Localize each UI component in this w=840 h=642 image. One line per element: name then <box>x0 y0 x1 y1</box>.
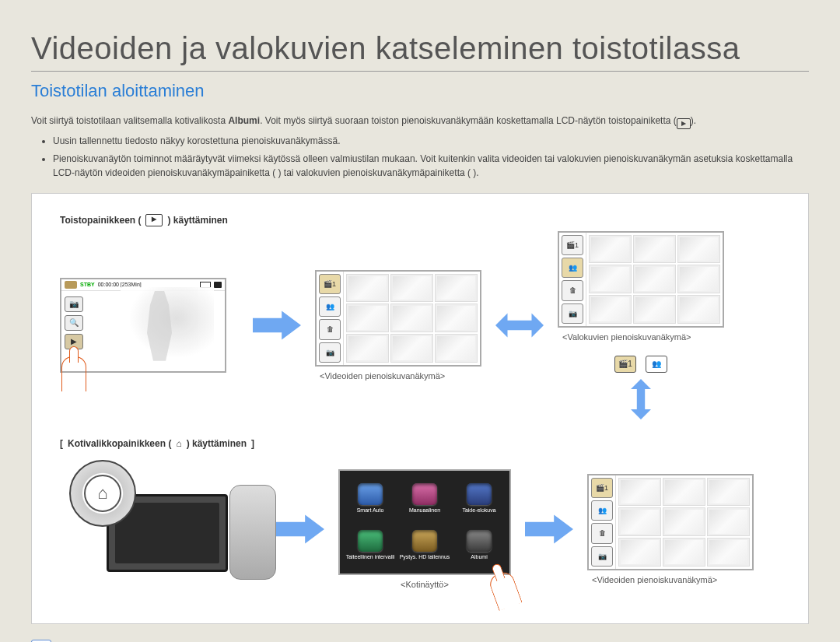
photo-thumb-caption: <Valokuvien pienoiskuvanäkymä> <box>558 332 724 342</box>
intro-paragraph: Voit siirtyä toistotilaan valitsemalla k… <box>31 114 809 129</box>
lcd-viewfinder-image <box>121 287 214 365</box>
play-icon: ▶ <box>145 214 163 226</box>
thumb-tab-camera[interactable]: 📷 <box>319 342 341 363</box>
home-item-icon <box>467 483 492 505</box>
home-item-icon <box>358 483 383 505</box>
home-caption: <Kotinäyttö> <box>338 580 511 589</box>
thumb-cell[interactable] <box>346 334 389 363</box>
thumb-cell[interactable] <box>589 265 632 293</box>
thumb-cell[interactable] <box>346 274 389 303</box>
thumb-cell[interactable] <box>435 274 478 303</box>
home-item-label: Manuaalinen <box>409 507 440 514</box>
home-button-icon[interactable]: ⌂ <box>84 475 121 512</box>
arrow-up-down-icon <box>626 379 656 419</box>
thumb-cell[interactable] <box>633 265 676 293</box>
svg-marker-2 <box>631 379 651 419</box>
section-heading: Toistotilan aloittaminen <box>31 81 809 101</box>
thumb-cell[interactable] <box>589 235 632 264</box>
finger-pointer-icon <box>61 356 86 391</box>
arrow-right-icon <box>253 310 301 340</box>
lcd-preview: STBY 00:00:00 [253Min] 📷 🔍 ▶ <box>60 278 226 373</box>
svg-marker-4 <box>525 514 573 543</box>
thumb-cell[interactable] <box>633 235 676 264</box>
thumb-tab-camera[interactable]: 📷 <box>562 303 583 324</box>
home-item-label: Taiteellinen intervalli <box>346 554 395 560</box>
thumb-tab-video[interactable]: 🎬1 <box>562 235 583 255</box>
home-icon: ⌂ <box>176 438 181 449</box>
home-screen-grid: Smart AutoManuaalinenTaide-elokuvaTaitee… <box>338 469 511 575</box>
home-item-label: Smart Auto <box>357 507 384 514</box>
home-item-4[interactable]: Pystys. HD tallennus <box>397 522 452 569</box>
thumb-cell[interactable] <box>677 265 720 293</box>
arrow-right-icon <box>525 514 573 544</box>
home-item-0[interactable]: Smart Auto <box>343 475 397 522</box>
thumb-tab-camera[interactable]: 📷 <box>591 546 613 567</box>
thumb-cell[interactable] <box>390 303 433 332</box>
video-thumb-grid: 🎬1 👥 🗑 📷 <box>315 270 481 367</box>
home-item-label: Pystys. HD tallennus <box>400 554 450 560</box>
thumb-cell[interactable] <box>390 274 433 303</box>
thumb-cell[interactable] <box>663 478 705 507</box>
thumb-cell[interactable] <box>435 334 478 363</box>
home-item-label: Albumi <box>471 554 487 560</box>
thumb-cell[interactable] <box>663 538 705 567</box>
home-item-label: Taide-elokuva <box>462 507 495 514</box>
toggle-tab-video[interactable]: 🎬1 <box>614 356 636 373</box>
thumb-cell[interactable] <box>435 303 478 332</box>
intro-bullets: Uusin tallennettu tiedosto näkyy koroste… <box>31 134 809 181</box>
thumb-cell[interactable] <box>618 478 661 507</box>
thumb-tab-video[interactable]: 🎬1 <box>319 274 341 294</box>
thumb-cell[interactable] <box>677 235 720 264</box>
toggle-tab-photo[interactable]: 👥 <box>646 356 667 373</box>
lcd-sidebar-camera[interactable]: 📷 <box>65 296 83 312</box>
thumb-cell[interactable] <box>618 507 661 536</box>
home-item-icon <box>467 530 492 552</box>
thumb-cell[interactable] <box>707 478 750 507</box>
home-item-icon <box>358 530 383 552</box>
stby-indicator: STBY <box>80 282 95 287</box>
smart-badge-icon <box>65 281 77 289</box>
video-thumb-caption: <Videoiden pienoiskuvanäkymä> <box>315 371 481 381</box>
thumb-cell[interactable] <box>707 538 750 567</box>
home-item-3[interactable]: Taiteellinen intervalli <box>343 522 397 569</box>
bullet-item: Uusin tallennettu tiedosto näkyy koroste… <box>53 134 809 149</box>
arrow-left-right-icon <box>495 310 544 340</box>
thumb-cell[interactable] <box>677 295 720 324</box>
thumb-cell[interactable] <box>390 334 433 363</box>
sdcard-icon <box>214 282 222 288</box>
section2-caption: [Kotivalikkopainikkeen ( ⌂ ) käyttäminen… <box>60 438 780 449</box>
thumb-tab-video[interactable]: 🎬1 <box>591 478 613 498</box>
camcorder-illustration: ⌂ <box>60 471 262 588</box>
thumb-cell[interactable] <box>589 295 632 324</box>
home-item-2[interactable]: Taide-elokuva <box>452 475 506 522</box>
video-thumb-grid-2: 🎬1 👥 🗑 📷 <box>587 474 754 570</box>
svg-marker-0 <box>253 310 301 339</box>
thumb-cell[interactable] <box>618 538 661 567</box>
thumb-tab-photo[interactable]: 👥 <box>319 296 341 317</box>
thumb-tab-trash[interactable]: 🗑 <box>319 319 341 339</box>
video-thumb-caption-2: <Videoiden pienoiskuvanäkymä> <box>587 575 754 584</box>
photo-thumb-grid: 🎬1 👥 🗑 📷 <box>558 231 724 328</box>
page-title: Videoiden ja valokuvien katseleminen toi… <box>31 31 809 72</box>
thumb-tab-trash[interactable]: 🗑 <box>591 523 613 543</box>
svg-marker-3 <box>276 514 324 543</box>
diagram-panel: Toistopainikkeen ( ▶ ) käyttäminen STBY … <box>31 193 809 624</box>
finger-pointer-icon <box>487 570 522 611</box>
thumb-tab-photo[interactable]: 👥 <box>562 258 583 278</box>
bullet-item: Pienoiskuvanäytön toiminnot määräytyvät … <box>53 152 809 181</box>
home-item-icon <box>412 483 437 505</box>
thumb-tab-trash[interactable]: 🗑 <box>562 280 583 300</box>
home-item-icon <box>412 530 437 552</box>
thumb-cell[interactable] <box>707 507 750 536</box>
home-item-5[interactable]: Albumi <box>452 522 506 569</box>
home-item-1[interactable]: Manuaalinen <box>397 475 452 522</box>
play-icon: ▶ <box>677 118 691 129</box>
thumb-cell[interactable] <box>346 303 389 332</box>
thumb-tab-photo[interactable]: 👥 <box>591 500 613 521</box>
svg-marker-1 <box>495 313 544 337</box>
thumb-cell[interactable] <box>633 295 676 324</box>
section1-caption: Toistopainikkeen ( ▶ ) käyttäminen <box>60 214 780 226</box>
lcd-sidebar-zoom[interactable]: 🔍 <box>65 315 83 331</box>
thumb-cell[interactable] <box>663 507 705 536</box>
camcorder-dial: ⌂ <box>69 460 136 527</box>
